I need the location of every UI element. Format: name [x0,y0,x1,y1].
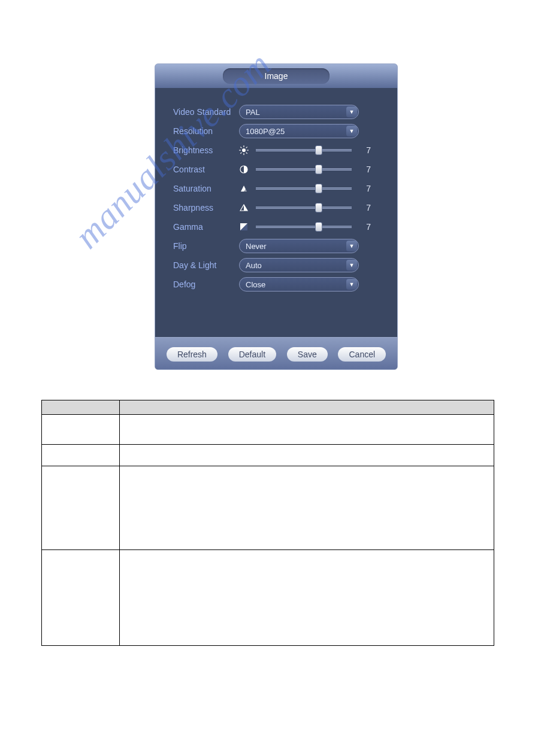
label-day-light: Day & Light [173,260,239,270]
select-day-light-value: Auto [246,261,262,270]
svg-line-6 [246,153,247,154]
chevron-down-icon: ▼ [346,126,357,136]
table-cell [120,445,494,466]
contrast-icon [239,165,251,174]
chevron-down-icon: ▼ [346,241,357,251]
label-brightness: Brightness [173,145,239,155]
select-day-light[interactable]: Auto ▼ [239,258,359,272]
row-defog: Defog Close ▼ [173,275,385,294]
table-cell [120,466,494,550]
label-defog: Defog [173,280,239,289]
slider-contrast[interactable] [256,167,352,172]
value-saturation: 7 [356,184,371,193]
row-contrast: Contrast 7 [173,160,385,179]
select-defog-value: Close [246,280,265,289]
row-sharpness: Sharpness 7 [173,198,385,217]
description-table [41,400,494,646]
chevron-down-icon: ▼ [346,107,357,117]
saturation-icon [239,184,251,193]
row-day-light: Day & Light Auto ▼ [173,256,385,275]
slider-brightness[interactable] [256,148,352,153]
slider-saturation[interactable] [256,186,352,191]
default-button[interactable]: Default [228,347,276,362]
brightness-icon [239,145,251,155]
row-saturation: Saturation 7 [173,179,385,198]
table-cell [42,445,120,466]
value-brightness: 7 [356,145,371,155]
value-sharpness: 7 [356,203,371,212]
table-row [42,445,494,466]
cancel-button[interactable]: Cancel [338,347,386,362]
table-cell [42,466,120,550]
select-resolution-value: 1080P@25 [246,127,285,136]
select-resolution[interactable]: 1080P@25 ▼ [239,124,359,138]
svg-line-7 [240,153,241,154]
label-resolution: Resolution [173,126,239,136]
table-header-1 [42,400,120,415]
row-flip: Flip Never ▼ [173,236,385,256]
value-gamma: 7 [356,222,371,232]
svg-line-5 [240,147,241,148]
panel-title: Image [223,68,330,84]
table-row [42,415,494,445]
select-flip-value: Never [246,242,267,251]
svg-point-0 [242,148,246,152]
panel-footer: Refresh Default Save Cancel [155,337,397,370]
table-row [42,550,494,646]
label-gamma: Gamma [173,222,239,232]
refresh-button[interactable]: Refresh [167,347,217,362]
sharpness-icon [239,203,251,212]
panel-titlebar: Image [155,64,397,88]
value-contrast: 7 [356,165,371,174]
chevron-down-icon: ▼ [346,260,357,271]
row-video-standard: Video Standard PAL ▼ [173,102,385,122]
table-header-2 [120,400,494,415]
label-contrast: Contrast [173,165,239,174]
select-video-standard-value: PAL [246,108,260,117]
table-cell [120,415,494,445]
row-resolution: Resolution 1080P@25 ▼ [173,122,385,141]
label-flip: Flip [173,241,239,251]
select-flip[interactable]: Never ▼ [239,239,359,253]
table-cell [42,550,120,646]
gamma-icon [239,222,251,232]
table-cell [120,550,494,646]
chevron-down-icon: ▼ [346,279,357,290]
table-row [42,466,494,550]
select-video-standard[interactable]: PAL ▼ [239,105,359,119]
panel-body: Video Standard PAL ▼ Resolution 1080P@25… [155,88,397,337]
row-brightness: Brightness 7 [173,141,385,160]
save-button[interactable]: Save [287,347,328,362]
image-settings-panel: Image Video Standard PAL ▼ Resolution 10… [155,63,398,370]
table-cell [42,415,120,445]
label-video-standard: Video Standard [173,107,239,117]
slider-sharpness[interactable] [256,205,352,210]
slider-gamma[interactable] [256,224,352,229]
label-sharpness: Sharpness [173,203,239,212]
svg-line-8 [246,147,247,148]
row-gamma: Gamma 7 [173,217,385,236]
label-saturation: Saturation [173,184,239,193]
select-defog[interactable]: Close ▼ [239,277,359,292]
